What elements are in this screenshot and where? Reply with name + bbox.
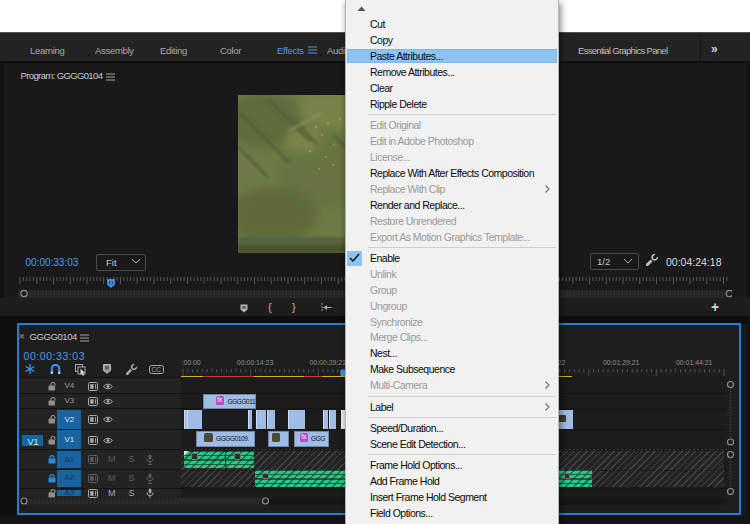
svg-text:CC: CC bbox=[152, 366, 162, 373]
